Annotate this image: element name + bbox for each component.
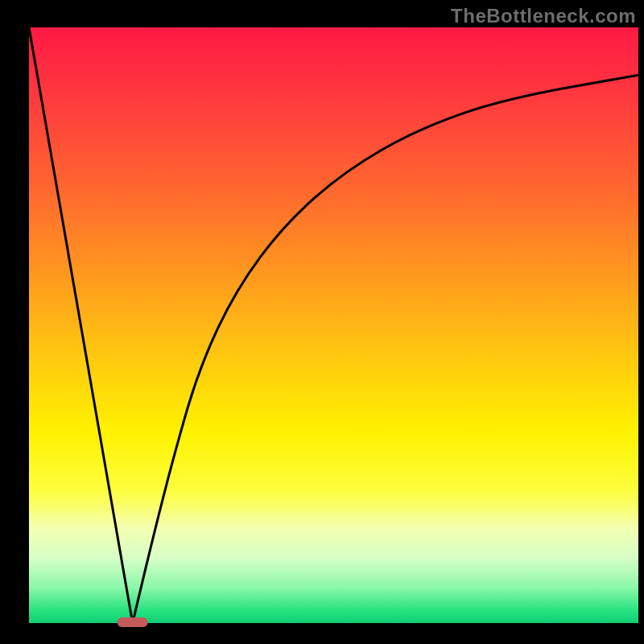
curve-layer <box>29 27 638 623</box>
chart-svg <box>0 0 644 644</box>
min-marker <box>118 617 148 627</box>
chart-frame: TheBottleneck.com <box>0 0 644 644</box>
marker-layer <box>118 617 148 627</box>
curve-right-branch <box>133 75 638 623</box>
curve-left-branch <box>29 27 133 623</box>
